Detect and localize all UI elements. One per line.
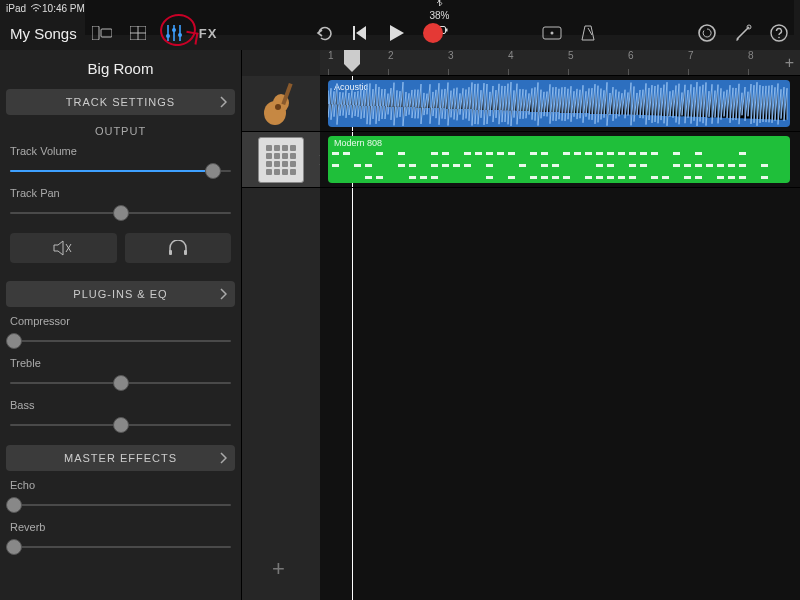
- bass-label: Bass: [10, 399, 231, 411]
- bluetooth-icon: [436, 0, 443, 6]
- add-section-button[interactable]: +: [785, 54, 794, 72]
- reverb-label: Reverb: [10, 521, 231, 533]
- bar-number: 8: [748, 50, 754, 61]
- bar-number: 1: [328, 50, 334, 61]
- output-subheader: OUTPUT: [0, 119, 241, 141]
- back-to-songs-button[interactable]: My Songs: [10, 25, 77, 42]
- svg-point-14: [771, 25, 787, 41]
- sampler-icon: [258, 137, 304, 183]
- grid-view-button[interactable]: [127, 22, 149, 44]
- metronome-button[interactable]: [577, 22, 599, 44]
- bar-number: 5: [568, 50, 574, 61]
- loop-browser-button[interactable]: [696, 22, 718, 44]
- svg-point-9: [178, 33, 182, 37]
- audio-region[interactable]: Acoustic: [328, 80, 790, 127]
- song-title: Big Room: [0, 50, 241, 85]
- bar-number: 7: [688, 50, 694, 61]
- track-lane[interactable]: Acoustic: [320, 76, 800, 132]
- track-volume-label: Track Volume: [10, 145, 231, 157]
- track-header-sampler[interactable]: [242, 132, 320, 188]
- bar-number: 2: [388, 50, 394, 61]
- svg-rect-17: [184, 250, 187, 255]
- bar-number: 6: [628, 50, 634, 61]
- wifi-icon: [30, 3, 42, 13]
- track-pan-slider[interactable]: [10, 203, 231, 223]
- treble-label: Treble: [10, 357, 231, 369]
- rewind-button[interactable]: [350, 22, 372, 44]
- svg-rect-5: [101, 29, 112, 37]
- bar-number: 3: [448, 50, 454, 61]
- reverb-slider[interactable]: [10, 537, 231, 557]
- arrangement-area[interactable]: AcousticModern 808: [320, 76, 800, 600]
- track-settings-header[interactable]: TRACK SETTINGS: [6, 89, 235, 115]
- record-button[interactable]: [422, 22, 444, 44]
- clock: 10:46 PM: [42, 3, 85, 14]
- track-view-button[interactable]: [91, 22, 113, 44]
- playhead-marker[interactable]: [344, 50, 360, 76]
- device-label: iPad: [6, 3, 26, 14]
- midi-region[interactable]: Modern 808: [328, 136, 790, 183]
- svg-point-12: [699, 25, 715, 41]
- echo-slider[interactable]: [10, 495, 231, 515]
- echo-label: Echo: [10, 479, 231, 491]
- track-controls-panel: Big Room TRACK SETTINGS OUTPUT Track Vol…: [0, 50, 242, 600]
- treble-slider[interactable]: [10, 373, 231, 393]
- timeline-ruler[interactable]: + 12345678: [320, 50, 800, 76]
- chevron-right-icon: [219, 288, 227, 300]
- bar-number: 4: [508, 50, 514, 61]
- settings-button[interactable]: [732, 22, 754, 44]
- track-volume-slider[interactable]: [10, 161, 231, 181]
- add-track-button[interactable]: +: [272, 556, 285, 582]
- track-settings-label: TRACK SETTINGS: [66, 96, 175, 108]
- mute-button[interactable]: [10, 233, 117, 263]
- svg-point-20: [275, 104, 281, 110]
- undo-button[interactable]: [314, 22, 336, 44]
- track-pan-label: Track Pan: [10, 187, 231, 199]
- svg-point-15: [778, 37, 780, 39]
- plugins-eq-header[interactable]: PLUG-INS & EQ: [6, 281, 235, 307]
- svg-rect-16: [169, 250, 172, 255]
- fx-button[interactable]: FX: [199, 26, 218, 41]
- guitar-icon: [258, 81, 304, 127]
- compressor-label: Compressor: [10, 315, 231, 327]
- track-controls-button[interactable]: [163, 22, 185, 44]
- chevron-right-icon: [219, 96, 227, 108]
- track-header-guitar[interactable]: [242, 76, 320, 132]
- svg-rect-4: [92, 26, 99, 40]
- chevron-right-icon: [219, 452, 227, 464]
- master-effects-label: MASTER EFFECTS: [64, 452, 177, 464]
- svg-point-11: [551, 32, 554, 35]
- master-effects-header[interactable]: MASTER EFFECTS: [6, 445, 235, 471]
- bass-slider[interactable]: [10, 415, 231, 435]
- svg-point-8: [172, 28, 176, 32]
- instrument-browser-button[interactable]: [541, 22, 563, 44]
- help-button[interactable]: [768, 22, 790, 44]
- compressor-slider[interactable]: [10, 331, 231, 351]
- svg-point-7: [166, 34, 170, 38]
- track-lane[interactable]: Modern 808: [320, 132, 800, 188]
- plugins-eq-label: PLUG-INS & EQ: [73, 288, 167, 300]
- play-button[interactable]: [386, 22, 408, 44]
- solo-headphones-button[interactable]: [125, 233, 232, 263]
